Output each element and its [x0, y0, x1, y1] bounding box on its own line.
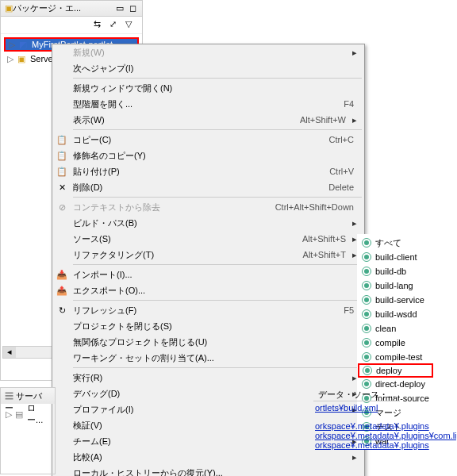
log-line: orkspace¥.metadata¥.plugins: [315, 421, 455, 431]
target-label: compile-test: [375, 352, 422, 362]
menu-item[interactable]: 実行(R)▸: [52, 370, 364, 386]
radio-icon: [362, 252, 371, 262]
maximize-icon[interactable]: ◻: [127, 3, 138, 14]
menu-label: 新規(W): [73, 47, 352, 59]
radio-icon: [362, 338, 371, 347]
servers-icon: ☰: [5, 391, 13, 401]
copy-q-icon: 📋: [56, 149, 68, 162]
remove-icon: ⊘: [56, 201, 68, 213]
menu-separator: [73, 367, 362, 368]
menu-item: 新規(W)▸: [52, 44, 364, 60]
menu-item[interactable]: 📋修飾名のコピー(Y): [52, 148, 364, 163]
radio-icon: [363, 366, 372, 375]
output-tabs: データ・ソース・...: [313, 387, 456, 401]
menu-separator: [73, 197, 362, 198]
panel-title: パッケージ・エ...: [13, 2, 114, 14]
expand-icon[interactable]: ▷: [6, 54, 15, 64]
export-icon: 📤: [56, 284, 68, 297]
menu-separator: [73, 264, 362, 265]
target-option[interactable]: build-service: [359, 293, 432, 307]
menu-shortcut: F4: [344, 99, 360, 109]
server-icon: ▤: [13, 409, 25, 420]
menu-shortcut: Ctrl+C: [329, 135, 360, 144]
build-path[interactable]: ortlets¥build.xml: [315, 403, 455, 413]
menu-item[interactable]: ビルド・パス(B)▸: [52, 215, 364, 231]
chevron-right-icon: ▸: [352, 115, 360, 125]
menu-shortcut: Ctrl+Alt+Shift+Down: [275, 202, 360, 212]
tab-datasource[interactable]: データ・ソース・...: [313, 387, 400, 401]
menu-shortcut: Alt+Shift+S: [302, 234, 352, 244]
menu-item[interactable]: 新規ウィンドウで開く(N): [52, 80, 364, 96]
panel-window-controls: ▭ ◻: [114, 3, 138, 14]
menu-item[interactable]: ソース(S)Alt+Shift+S▸: [52, 231, 364, 247]
menu-label: リフレッシュ(F): [73, 305, 344, 317]
refresh-icon: ↻: [56, 304, 68, 317]
target-label: build-client: [375, 252, 417, 262]
radio-icon: [362, 352, 371, 362]
target-option[interactable]: build-client: [359, 250, 432, 264]
target-option[interactable]: build-wsdd: [359, 307, 432, 321]
menu-label: ソース(S): [73, 233, 302, 245]
menu-item[interactable]: 📋貼り付け(P)Ctrl+V: [52, 163, 364, 179]
menu-item[interactable]: 📥インポート(I)...: [52, 267, 364, 282]
target-option[interactable]: すべて: [359, 236, 432, 250]
menu-label: チーム(E): [73, 436, 352, 447]
menu-item[interactable]: ↻リフレッシュ(F)F5: [52, 302, 364, 318]
target-option[interactable]: clean: [359, 321, 432, 336]
target-option[interactable]: compile: [359, 336, 432, 350]
server-node[interactable]: ▷ ▤ ロー...: [4, 407, 52, 421]
menu-label: 貼り付け(P): [73, 166, 329, 178]
menu-item[interactable]: プロジェクトを閉じる(S): [52, 318, 364, 334]
expand-icon[interactable]: ▷: [4, 409, 13, 420]
log-line: orkspace¥.metadata¥.plugins¥com.li: [315, 431, 455, 440]
target-label: compile: [375, 338, 405, 347]
target-label: deploy: [376, 366, 401, 375]
copy-icon: 📋: [56, 133, 68, 146]
target-option[interactable]: compile-test: [359, 350, 432, 364]
target-label: すべて: [375, 237, 401, 249]
radio-icon: [362, 267, 371, 276]
menu-item[interactable]: 無関係なプロジェクトを閉じる(U): [52, 334, 364, 350]
radio-icon: [362, 309, 371, 319]
menu-item[interactable]: ワーキング・セットの割り当て(A)...: [52, 350, 364, 366]
menu-label: インポート(I)...: [73, 269, 360, 281]
menu-label: リファクタリング(T): [73, 249, 303, 261]
menu-label: コンテキストから除去: [73, 202, 275, 213]
menu-item[interactable]: 次へジャンプ(I): [52, 60, 364, 76]
scroll-left-button[interactable]: ◂: [3, 347, 16, 358]
menu-label: 表示(W): [73, 114, 300, 126]
delete-icon: ✕: [56, 181, 68, 194]
chevron-right-icon: ▸: [352, 48, 360, 58]
output-panel: データ・ソース・... ortlets¥build.xml orkspace¥.…: [313, 387, 456, 474]
target-option[interactable]: build-lang: [359, 278, 432, 293]
target-label: build-lang: [375, 281, 413, 290]
menu-icon[interactable]: ▽: [125, 19, 138, 32]
menu-label: コピー(C): [73, 134, 329, 146]
menu-item: ⊘コンテキストから除去Ctrl+Alt+Shift+Down: [52, 199, 364, 215]
menu-item[interactable]: リファクタリング(T)Alt+Shift+T▸: [52, 247, 364, 263]
target-label: clean: [375, 324, 396, 333]
menu-label: ワーキング・セットの割り当て(A)...: [73, 352, 360, 364]
log-line: orkspace¥.metadata¥.plugins: [315, 440, 455, 450]
target-option[interactable]: build-db: [359, 264, 432, 278]
menu-item[interactable]: ✕削除(D)Delete: [52, 179, 364, 195]
menu-label: ビルド・パス(B): [73, 217, 352, 229]
menu-item[interactable]: 型階層を開く...F4: [52, 96, 364, 112]
menu-separator: [73, 300, 362, 301]
menu-label: 無関係なプロジェクトを閉じる(U): [73, 336, 360, 348]
collapse-icon[interactable]: ⇆: [94, 19, 106, 32]
menu-item[interactable]: 📋コピー(C)Ctrl+C: [52, 132, 364, 148]
menu-label: エクスポート(O)...: [73, 285, 360, 297]
menu-label: 実行(R): [73, 372, 352, 384]
folder-icon: ▣: [5, 3, 13, 13]
servers-title: ☰ サーバー: [1, 388, 55, 404]
menu-item[interactable]: 表示(W)Alt+Shift+W▸: [52, 112, 364, 128]
menu-separator: [73, 129, 362, 130]
target-option[interactable]: deploy: [358, 363, 433, 378]
menu-label: 修飾名のコピー(Y): [73, 150, 360, 162]
target-label: build-db: [375, 267, 406, 276]
expand-icon[interactable]: ▷: [7, 40, 17, 50]
minimize-icon[interactable]: ▭: [114, 3, 125, 14]
link-icon[interactable]: ⤢: [109, 19, 122, 32]
menu-item[interactable]: 📤エクスポート(O)...: [52, 282, 364, 298]
